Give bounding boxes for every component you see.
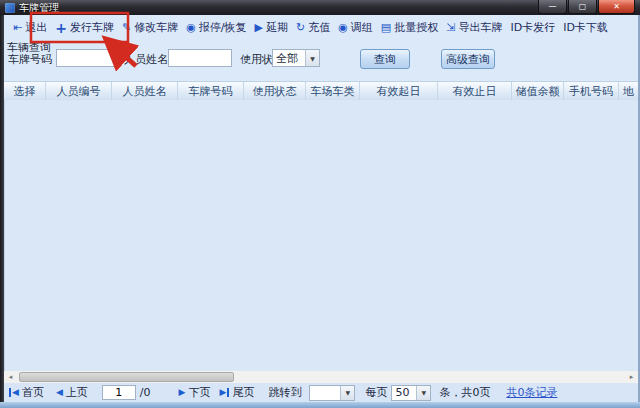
toolbar-button-label: 充值 [308,20,330,35]
toolbar-button-label: ID卡下载 [563,20,608,35]
toolbar-button-exit[interactable]: ⇤ 退出 [11,18,53,37]
column-header-person-id[interactable]: 人员编号 [46,82,112,101]
person-name-input[interactable] [168,49,232,67]
prev-page-icon: ◀ [56,388,63,397]
toolbar-button-label: 退出 [25,20,47,35]
minimize-button[interactable]: — [538,0,567,14]
column-header-valid-from[interactable]: 有效起日 [360,82,438,101]
column-header-select[interactable]: 选择 [4,82,46,101]
grid-header: 选择 人员编号 人员姓名 车牌号码 使用状态 车场车类 有效起日 有效止日 储值… [4,81,638,102]
scroll-right-icon[interactable]: ▸ [625,371,638,383]
toolbar-button-label: 调组 [351,20,373,35]
advanced-query-button[interactable]: 高级查询 [441,49,495,69]
last-page-button[interactable]: ▶ 尾页 [219,385,254,400]
toolbar-button-label: 报停/恢复 [199,20,247,35]
batch-auth-icon: ▤ [381,22,391,33]
column-header-usage-status[interactable]: 使用状态 [244,82,306,101]
window-title: 车牌管理 [19,1,59,15]
toolbar-button-label: ID卡发行 [510,20,555,35]
chevron-down-icon[interactable]: ▼ [416,386,430,400]
per-page-label: 每页 [365,385,387,400]
play-icon: ▶ [255,22,263,33]
recharge-icon: ↻ [296,22,305,33]
per-page-select[interactable]: 50 ▼ [391,385,431,401]
toolbar-button-suspend-restore[interactable]: ◉ 报停/恢复 [184,18,252,37]
jump-to-label: 跳转到 [268,385,301,400]
prev-page-button[interactable]: ◀ 上页 [56,385,88,400]
toolbar-button-recharge[interactable]: ↻ 充值 [294,18,336,37]
next-page-label: 下页 [188,385,210,400]
toolbar: ⇤ 退出 + 发行车牌 ✎ 修改车牌 ◉ 报停/恢复 ▶ 延期 ↻ 充值 ◉ 调… [4,15,638,40]
usage-status-select[interactable]: 全部 ▼ [272,49,320,67]
app-icon [5,3,15,13]
caption-buttons: — ▢ ✕ [537,0,640,14]
person-name-label: 人员姓名 [124,52,168,67]
h-scrollbar[interactable]: ◂ ▸ [4,371,638,383]
toolbar-button-label: 批量授权 [394,20,438,35]
export-icon: ⇲ [446,22,455,33]
toolbar-button-label: 导出车牌 [458,20,502,35]
app-window: 车牌管理 — ▢ ✕ ⇤ 退出 + 发行车牌 ✎ 修改车牌 ◉ 报停/恢复 ▶ … [0,0,640,408]
titlebar: 车牌管理 — ▢ ✕ [0,0,640,15]
column-header-phone-number[interactable]: 手机号码 [564,82,619,101]
next-page-button[interactable]: ▶ 下页 [179,385,211,400]
jump-to-select[interactable]: ▼ [309,385,355,401]
pagination-bar: ◀ 首页 ◀ 上页 /0 ▶ 下页 ▶ 尾页 跳转到 ▼ 每页 50 ▼ 条，共… [4,383,638,402]
maximize-icon: ▢ [579,3,587,11]
toolbar-button-id-card-issue[interactable]: ID卡发行 [508,18,561,37]
group-icon: ◉ [338,22,348,33]
records-summary-label: 条，共0页 [439,385,490,400]
close-icon: ✕ [613,3,620,11]
toolbar-button-modify-plate[interactable]: ✎ 修改车牌 [120,18,184,37]
prev-page-label: 上页 [66,385,88,400]
window-border-bottom [0,402,640,408]
toolbar-button-extend[interactable]: ▶ 延期 [253,18,294,37]
suspend-icon: ◉ [186,22,196,33]
toolbar-button-issue-plate[interactable]: + 发行车牌 [53,18,120,37]
usage-status-value: 全部 [273,51,305,66]
close-button[interactable]: ✕ [598,0,635,14]
edit-icon: ✎ [122,22,131,33]
column-header-lot-vehicle-type[interactable]: 车场车类 [306,82,360,101]
last-page-icon: ▶ [219,388,229,397]
grid-body [4,100,638,371]
chevron-down-icon[interactable]: ▼ [340,386,354,400]
last-page-label: 尾页 [232,385,254,400]
page-number-input[interactable] [102,385,136,400]
toolbar-button-export-plates[interactable]: ⇲ 导出车牌 [444,18,508,37]
plate-number-label: 车牌号码 [8,52,52,67]
total-records-link[interactable]: 共0条记录 [506,385,557,400]
toolbar-button-batch-authorize[interactable]: ▤ 批量授权 [379,18,444,37]
page-total-label: /0 [140,386,151,399]
next-page-icon: ▶ [179,388,186,397]
column-header-stored-balance[interactable]: 储值余额 [512,82,564,101]
column-header-valid-to[interactable]: 有效止日 [438,82,512,101]
plate-number-input[interactable] [56,49,118,67]
h-scrollbar-track[interactable] [17,371,625,383]
toolbar-button-id-card-download[interactable]: ID卡下载 [561,18,614,37]
column-header-plate-number[interactable]: 车牌号码 [178,82,244,101]
column-header-person-name[interactable]: 人员姓名 [112,82,178,101]
first-page-icon: ◀ [9,388,19,397]
search-row: 车牌号码 人员姓名 使用状态 全部 ▼ 查询 高级查询 [4,48,638,70]
per-page-value: 50 [392,386,416,399]
column-header-address[interactable]: 地 [619,82,638,101]
plus-icon: + [55,21,67,35]
toolbar-button-label: 修改车牌 [134,20,178,35]
exit-icon: ⇤ [13,22,22,33]
h-scrollbar-thumb[interactable] [19,372,234,382]
minimize-icon: — [549,3,557,11]
first-page-button[interactable]: ◀ 首页 [9,385,44,400]
first-page-label: 首页 [22,385,44,400]
maximize-button[interactable]: ▢ [568,0,597,14]
toolbar-button-label: 延期 [266,20,288,35]
toolbar-button-label: 发行车牌 [70,20,114,35]
chevron-down-icon[interactable]: ▼ [305,50,319,66]
toolbar-button-adjust-group[interactable]: ◉ 调组 [336,18,379,37]
query-button[interactable]: 查询 [360,49,410,69]
scroll-left-icon[interactable]: ◂ [4,371,17,383]
